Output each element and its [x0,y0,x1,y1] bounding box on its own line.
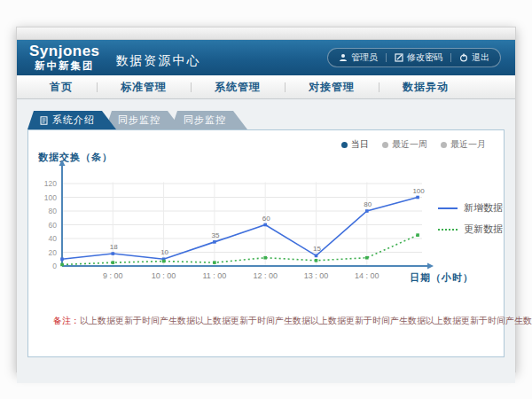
svg-text:80: 80 [364,200,372,208]
legend-item-update-data: 更新数据 [438,223,503,236]
legend-item-new-data: 新增数据 [438,201,503,215]
svg-text:11 : 00: 11 : 00 [202,271,226,280]
svg-text:9 : 00: 9 : 00 [103,271,123,280]
app-header: Synjones 新中新集团 数据资源中心 管理员 修改密码 退出 [17,40,515,75]
tab-label: 同步监控 [184,111,226,129]
person-icon [339,53,348,62]
change-password-button[interactable]: 修改密码 [395,51,442,64]
divider [386,53,387,62]
change-password-label: 修改密码 [407,51,442,64]
tab-sync-monitor-2[interactable]: 同步监控 [171,111,247,129]
filter-label: 最近一周 [392,138,427,151]
content-area: 系统介绍 同步监控 同步监控 当日 最近一周 最近一月 数据交换（条） 0204… [17,111,515,383]
radio-icon [382,142,388,148]
username-label: 管理员 [351,51,378,64]
svg-text:15: 15 [313,245,321,253]
main-nav: 首页 标准管理 系统管理 对接管理 数据异动 [17,75,515,99]
tab-label: 系统介绍 [52,111,95,129]
user-menu: 管理员 修改密码 退出 [327,48,501,67]
logout-button[interactable]: 退出 [459,51,489,64]
power-icon [459,53,468,62]
company-logo: Synjones 新中新集团 [29,43,100,72]
logout-label: 退出 [472,51,489,64]
x-axis-title: 日期（小时） [410,271,473,285]
line-chart: 0204060801001209 : 0010 : 0011 : 0012 : … [28,155,507,290]
nav-item-system-mgmt[interactable]: 系统管理 [191,80,285,95]
legend-label: 新增数据 [464,201,503,215]
chart-panel: 当日 最近一周 最近一月 数据交换（条） 0204060801001209 : … [27,129,505,357]
svg-text:80: 80 [49,207,58,215]
tab-label: 同步监控 [118,111,160,129]
radio-icon [341,142,348,148]
legend-label: 更新数据 [464,223,503,236]
filter-last-week[interactable]: 最近一周 [382,138,427,151]
svg-text:0: 0 [52,262,57,270]
chart-legend: 新增数据 更新数据 [438,201,503,244]
svg-text:120: 120 [44,179,57,188]
svg-text:35: 35 [211,231,219,239]
svg-text:100: 100 [44,193,57,202]
filter-label: 当日 [351,138,369,151]
app-window: Synjones 新中新集团 数据资源中心 管理员 修改密码 退出 首页 标准管… [16,27,516,372]
svg-text:60: 60 [262,215,270,223]
svg-text:100: 100 [412,187,425,195]
nav-item-standard-mgmt[interactable]: 标准管理 [97,80,191,95]
svg-text:10: 10 [160,248,168,256]
document-icon [40,116,48,125]
tab-bar: 系统介绍 同步监控 同步监控 [27,111,515,129]
svg-text:18: 18 [110,243,118,251]
svg-text:40: 40 [49,234,58,243]
nav-item-data-change[interactable]: 数据异动 [379,80,473,95]
page-title: 数据资源中心 [116,53,201,69]
tab-system-intro[interactable]: 系统介绍 [27,111,116,129]
filter-today[interactable]: 当日 [341,138,369,151]
filter-last-month[interactable]: 最近一月 [441,138,486,151]
nav-item-integration-mgmt[interactable]: 对接管理 [285,80,379,95]
solid-line-swatch [438,207,458,209]
nav-item-home[interactable]: 首页 [26,80,97,95]
divider [450,53,451,62]
edit-icon [395,53,403,62]
current-user[interactable]: 管理员 [339,51,378,64]
radio-icon [441,142,447,148]
svg-text:20: 20 [49,248,58,257]
footnote-label: 备注： [53,316,80,325]
footnote-text: 以上数据更新于时间产生数据以上数据更新于时间产生数据以上数据更新于时间产生数据以… [80,316,532,325]
filter-label: 最近一月 [450,138,486,151]
footnote: 备注：以上数据更新于时间产生数据以上数据更新于时间产生数据以上数据更新于时间产生… [53,315,532,327]
svg-text:10 : 00: 10 : 00 [152,271,176,280]
logo-text-en: Synjones [29,43,100,59]
svg-text:14 : 00: 14 : 00 [355,271,379,280]
svg-text:60: 60 [49,221,58,230]
svg-text:13 : 00: 13 : 00 [304,271,329,280]
dotted-line-swatch [438,229,458,231]
logo-text-cn: 新中新集团 [29,61,100,72]
window-top-chrome [17,27,515,40]
svg-text:12 : 00: 12 : 00 [253,271,278,280]
tab-sync-monitor-1[interactable]: 同步监控 [106,111,182,129]
time-filter-group: 当日 最近一周 最近一月 [341,138,486,151]
